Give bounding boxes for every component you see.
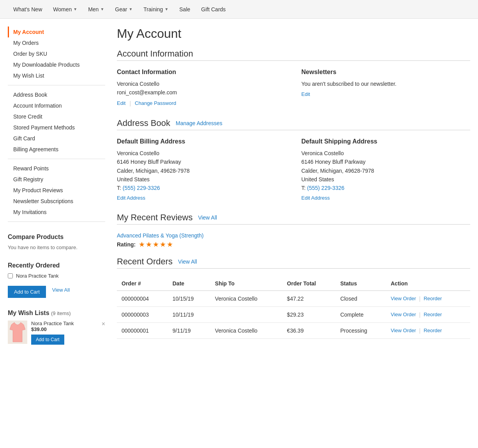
order-ship-to-1 (210, 306, 282, 322)
recent-orders-view-all-link[interactable]: View All (178, 259, 197, 265)
order-total-2: €36.39 (282, 322, 336, 338)
newsletters-link-row: Edit (302, 91, 471, 97)
wish-list-close-icon[interactable]: × (102, 321, 105, 328)
sidebar-item-stored-payment[interactable]: Stored Payment Methods (8, 122, 105, 133)
order-actions-0: View Order | Reorder (386, 290, 470, 306)
recently-ordered-add-to-cart-button[interactable]: Add to Cart (8, 286, 46, 298)
orders-table: Order # Date Ship To Order Total Status … (117, 276, 470, 339)
order-actions-2: View Order | Reorder (386, 322, 470, 338)
nav-gear[interactable]: Gear ▼ (109, 0, 138, 19)
shipping-name: Veronica Costello (302, 149, 471, 158)
nav-sale[interactable]: Sale (174, 0, 196, 19)
review-product-link[interactable]: Advanced Pilates & Yoga (Strength) (117, 232, 470, 239)
order-ship-to-2: Veronica Costello (210, 322, 282, 338)
main-layout: My Account My Orders Order by SKU My Dow… (0, 19, 478, 352)
order-num-0: 000000004 (117, 290, 168, 306)
sidebar-item-reward-points[interactable]: Reward Points (8, 163, 105, 174)
review-item: Advanced Pilates & Yoga (Strength) Ratin… (117, 232, 470, 249)
billing-name: Veronica Costello (117, 149, 286, 158)
sidebar-item-billing-agreements[interactable]: Billing Agreements (8, 144, 105, 155)
sidebar-item-downloadable-products[interactable]: My Downloadable Products (8, 59, 105, 70)
billing-phone-link[interactable]: (555) 229-3326 (123, 185, 160, 191)
address-book-columns: Default Billing Address Veronica Costell… (117, 138, 470, 201)
sidebar-item-account-information[interactable]: Account Information (8, 100, 105, 111)
billing-heading: Default Billing Address (117, 138, 286, 145)
shipping-edit-link[interactable]: Edit Address (302, 195, 330, 201)
order-date-1: 10/11/19 (168, 306, 210, 322)
order-ship-to-0: Veronica Costello (210, 290, 282, 306)
recently-ordered-item-name: Nora Practice Tank (16, 273, 59, 279)
shipping-phone-link[interactable]: (555) 229-3326 (307, 185, 344, 191)
nav-whats-new[interactable]: What's New (8, 0, 48, 19)
recently-ordered-view-all-link[interactable]: View All (52, 287, 70, 293)
reorder-0-link[interactable]: Reorder (423, 296, 442, 301)
recent-reviews-view-all-link[interactable]: View All (198, 214, 217, 221)
recent-orders-header: Recent Orders View All (117, 257, 470, 267)
wish-list-item-price: $39.00 (31, 326, 105, 332)
reorder-2-link[interactable]: Reorder (423, 328, 442, 333)
wish-list-item-name: Nora Practice Tank (31, 321, 105, 326)
sidebar-item-gift-registry[interactable]: Gift Registry (8, 174, 105, 185)
recent-reviews-header: My Recent Reviews View All (117, 212, 470, 223)
billing-country: United States (117, 175, 286, 184)
recent-orders-divider (117, 268, 470, 269)
manage-addresses-link[interactable]: Manage Addresses (176, 120, 222, 126)
sidebar: My Account My Orders Order by SKU My Dow… (8, 27, 105, 345)
sidebar-item-store-credit[interactable]: Store Credit (8, 111, 105, 122)
sidebar-item-my-account[interactable]: My Account (8, 27, 105, 37)
contact-change-password-link[interactable]: Change Password (135, 100, 176, 106)
orders-table-header-row: Order # Date Ship To Order Total Status … (117, 276, 470, 291)
chevron-down-icon: ▼ (164, 7, 168, 11)
nav-men[interactable]: Men ▼ (83, 0, 109, 19)
shipping-heading: Default Shipping Address (302, 138, 471, 145)
wish-list-add-to-cart-button[interactable]: Add to Cart (31, 335, 64, 345)
recent-reviews-divider (117, 224, 470, 225)
top-navigation: What's New Women ▼ Men ▼ Gear ▼ Training… (0, 0, 478, 19)
billing-phone: T: (555) 229-3326 (117, 184, 286, 192)
billing-city-state: Calder, Michigan, 49628-7978 (117, 166, 286, 175)
view-order-2-link[interactable]: View Order (391, 328, 416, 333)
sidebar-item-product-reviews[interactable]: My Product Reviews (8, 185, 105, 196)
billing-address-block: Default Billing Address Veronica Costell… (117, 138, 286, 201)
sidebar-item-wish-list[interactable]: My Wish List (8, 70, 105, 81)
sidebar-item-order-by-sku[interactable]: Order by SKU (8, 48, 105, 59)
sidebar-item-my-invitations[interactable]: My Invitations (8, 207, 105, 218)
order-num-1: 000000003 (117, 306, 168, 322)
view-order-0-link[interactable]: View Order (391, 296, 416, 301)
contact-sep: | (129, 100, 131, 106)
nav-gift-cards[interactable]: Gift Cards (196, 0, 231, 19)
orders-table-head: Order # Date Ship To Order Total Status … (117, 276, 470, 291)
billing-street: 6146 Honey Bluff Parkway (117, 158, 286, 166)
view-order-1-link[interactable]: View Order (391, 312, 416, 317)
compare-products-title: Compare Products (8, 234, 105, 241)
recently-ordered-checkbox[interactable] (8, 273, 13, 278)
col-date: Date (168, 276, 210, 291)
contact-info-heading: Contact Information (117, 69, 286, 76)
sidebar-item-newsletter-subscriptions[interactable]: Newsletter Subscriptions (8, 196, 105, 207)
orders-table-body: 000000004 10/15/19 Veronica Costello $47… (117, 290, 470, 338)
nav-women[interactable]: Women ▼ (48, 0, 83, 19)
account-information-section: Account Information Contact Information … (117, 49, 470, 106)
order-date-2: 9/11/19 (168, 322, 210, 338)
col-status: Status (335, 276, 386, 291)
nav-training[interactable]: Training ▼ (138, 0, 174, 19)
col-order-num: Order # (117, 276, 168, 291)
order-total-1: $29.23 (282, 306, 336, 322)
sidebar-item-my-orders[interactable]: My Orders (8, 37, 105, 48)
contact-name: Veronica Costello (117, 80, 286, 88)
contact-edit-link[interactable]: Edit (117, 100, 125, 106)
order-status-0: Closed (335, 290, 386, 306)
shipping-street: 6146 Honey Bluff Parkway (302, 158, 471, 166)
sidebar-item-gift-card[interactable]: Gift Card (8, 133, 105, 144)
order-num-2: 000000001 (117, 322, 168, 338)
sidebar-item-address-book[interactable]: Address Book (8, 89, 105, 100)
newsletters-text: You aren't subscribed to our newsletter. (302, 80, 471, 88)
address-book-section: Address Book Manage Addresses Default Bi… (117, 118, 470, 201)
newsletters-edit-link[interactable]: Edit (302, 91, 310, 97)
shipping-country: United States (302, 175, 471, 184)
rating-label: Rating: (117, 241, 136, 248)
account-info-columns: Contact Information Veronica Costello ro… (117, 69, 470, 106)
order-date-0: 10/15/19 (168, 290, 210, 306)
billing-edit-link[interactable]: Edit Address (117, 195, 145, 201)
reorder-1-link[interactable]: Reorder (423, 312, 442, 317)
